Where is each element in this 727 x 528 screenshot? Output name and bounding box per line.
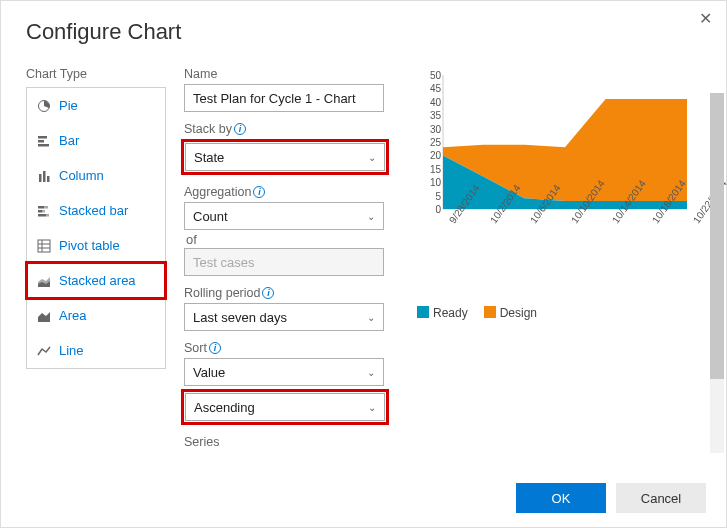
svg-rect-3 bbox=[38, 144, 49, 147]
chevron-down-icon: ⌄ bbox=[368, 402, 376, 413]
chart-preview-panel: 05101520253035404550 9/28/201410/2/20141… bbox=[417, 67, 706, 427]
stackby-label: Stack byi bbox=[184, 122, 399, 136]
y-tick-label: 40 bbox=[430, 96, 441, 107]
svg-rect-11 bbox=[38, 214, 46, 217]
y-tick-label: 10 bbox=[430, 177, 441, 188]
svg-rect-7 bbox=[38, 206, 44, 209]
svg-rect-4 bbox=[39, 174, 42, 182]
chart-type-label-text: Stacked area bbox=[59, 273, 136, 288]
svg-rect-12 bbox=[46, 214, 49, 217]
dialog-title: Configure Chart bbox=[26, 19, 706, 45]
y-tick-label: 25 bbox=[430, 137, 441, 148]
chart-type-label-text: Column bbox=[59, 168, 104, 183]
chart-config-form: Name Stack byi State ⌄ Aggregationi Coun… bbox=[184, 67, 399, 427]
chart-type-label-text: Pivot table bbox=[59, 238, 120, 253]
area-icon bbox=[37, 309, 51, 323]
y-tick-label: 20 bbox=[430, 150, 441, 161]
chart-type-column[interactable]: Column bbox=[27, 158, 165, 193]
line-icon bbox=[37, 344, 51, 358]
info-icon[interactable]: i bbox=[262, 287, 274, 299]
chevron-down-icon: ⌄ bbox=[367, 367, 375, 378]
legend-item-design: Design bbox=[484, 306, 537, 320]
chart-type-line[interactable]: Line bbox=[27, 333, 165, 368]
chart-type-stacked-bar[interactable]: Stacked bar bbox=[27, 193, 165, 228]
chart-type-label-text: Bar bbox=[59, 133, 79, 148]
chart-type-list: Pie Bar Column Stacked bar Pivot table bbox=[26, 87, 166, 369]
field-stackby: Stack byi State ⌄ bbox=[184, 122, 399, 175]
field-sort: Sorti Value ⌄ Ascending ⌄ bbox=[184, 341, 399, 425]
aggregation-select[interactable]: Count ⌄ bbox=[184, 202, 384, 230]
chart-type-label-text: Area bbox=[59, 308, 86, 323]
scrollbar[interactable] bbox=[710, 93, 724, 453]
chart-type-label-text: Stacked bar bbox=[59, 203, 128, 218]
chart-type-pie[interactable]: Pie bbox=[27, 88, 165, 123]
pie-icon bbox=[37, 99, 51, 113]
name-input[interactable] bbox=[184, 84, 384, 112]
svg-rect-6 bbox=[47, 176, 50, 182]
configure-chart-dialog: ✕ Configure Chart Chart Type Pie Bar Col… bbox=[0, 0, 727, 528]
close-icon[interactable]: ✕ bbox=[699, 9, 712, 28]
chart-preview: 05101520253035404550 9/28/201410/2/20141… bbox=[417, 71, 689, 251]
y-tick-label: 5 bbox=[435, 190, 441, 201]
of-select: Test cases bbox=[184, 248, 384, 276]
y-tick-label: 30 bbox=[430, 123, 441, 134]
y-tick-label: 50 bbox=[430, 70, 441, 81]
chevron-down-icon: ⌄ bbox=[367, 312, 375, 323]
rolling-select[interactable]: Last seven days ⌄ bbox=[184, 303, 384, 331]
svg-rect-13 bbox=[38, 240, 50, 252]
of-label: of bbox=[186, 232, 399, 247]
sort-by-select[interactable]: Value ⌄ bbox=[184, 358, 384, 386]
chart-type-pivot-table[interactable]: Pivot table bbox=[27, 228, 165, 263]
svg-rect-10 bbox=[42, 210, 45, 213]
cancel-button[interactable]: Cancel bbox=[616, 483, 706, 513]
rolling-label: Rolling periodi bbox=[184, 286, 399, 300]
y-tick-label: 35 bbox=[430, 110, 441, 121]
svg-rect-9 bbox=[38, 210, 42, 213]
chevron-down-icon: ⌄ bbox=[368, 152, 376, 163]
y-tick-label: 0 bbox=[435, 204, 441, 215]
chart-type-stacked-area[interactable]: Stacked area bbox=[27, 263, 165, 298]
chart-type-label: Chart Type bbox=[26, 67, 166, 81]
pivot-table-icon bbox=[37, 239, 51, 253]
chevron-down-icon: ⌄ bbox=[367, 211, 375, 222]
svg-rect-5 bbox=[43, 171, 46, 182]
svg-rect-8 bbox=[44, 206, 48, 209]
sort-direction-select[interactable]: Ascending ⌄ bbox=[185, 393, 385, 421]
chart-type-bar[interactable]: Bar bbox=[27, 123, 165, 158]
chart-type-label-text: Pie bbox=[59, 98, 78, 113]
field-rolling: Rolling periodi Last seven days ⌄ bbox=[184, 286, 399, 331]
chart-type-panel: Chart Type Pie Bar Column Stacked bar bbox=[26, 67, 166, 427]
series-label: Series bbox=[184, 435, 399, 449]
chart-legend: Ready Design bbox=[417, 306, 706, 320]
info-icon[interactable]: i bbox=[253, 186, 265, 198]
scrollbar-thumb[interactable] bbox=[710, 93, 724, 379]
svg-rect-1 bbox=[38, 136, 47, 139]
highlight-stackby: State ⌄ bbox=[181, 139, 389, 175]
column-icon bbox=[37, 169, 51, 183]
bar-icon bbox=[37, 134, 51, 148]
info-icon[interactable]: i bbox=[209, 342, 221, 354]
info-icon[interactable]: i bbox=[234, 123, 246, 135]
name-label: Name bbox=[184, 67, 399, 81]
stackby-select[interactable]: State ⌄ bbox=[185, 143, 385, 171]
sort-label: Sorti bbox=[184, 341, 399, 355]
field-aggregation: Aggregationi Count ⌄ of Test cases bbox=[184, 185, 399, 276]
dialog-footer: OK Cancel bbox=[516, 483, 706, 513]
aggregation-label: Aggregationi bbox=[184, 185, 399, 199]
ok-button[interactable]: OK bbox=[516, 483, 606, 513]
chart-type-label-text: Line bbox=[59, 343, 84, 358]
chart-type-area[interactable]: Area bbox=[27, 298, 165, 333]
svg-rect-2 bbox=[38, 140, 44, 143]
stacked-area-icon bbox=[37, 274, 51, 288]
field-name: Name bbox=[184, 67, 399, 112]
highlight-sort-direction: Ascending ⌄ bbox=[181, 389, 389, 425]
y-tick-label: 45 bbox=[430, 83, 441, 94]
legend-item-ready: Ready bbox=[417, 306, 468, 320]
stacked-bar-icon bbox=[37, 204, 51, 218]
y-tick-label: 15 bbox=[430, 163, 441, 174]
